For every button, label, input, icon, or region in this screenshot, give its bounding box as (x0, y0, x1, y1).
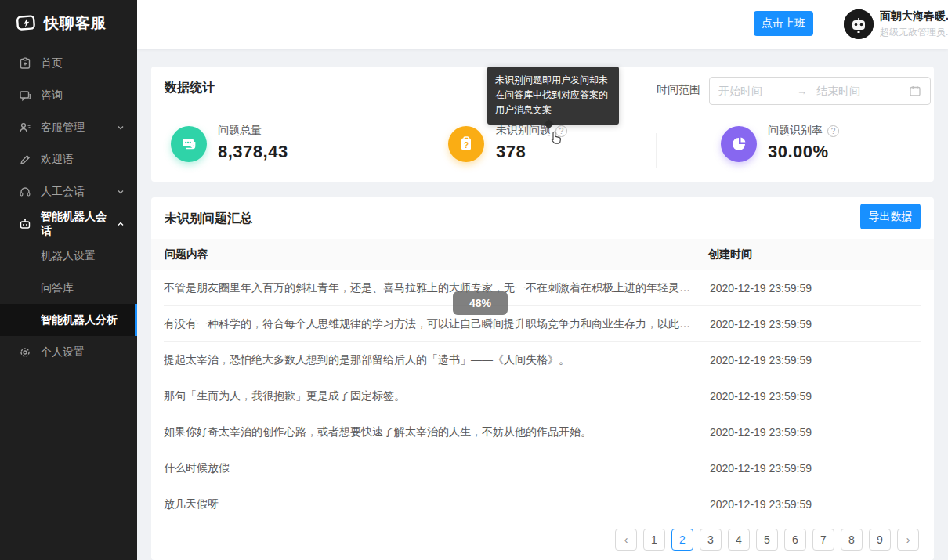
question-cell: 如果你好奇太宰治的创作心路，或者想要快速了解太宰治的人生，不妨从他的作品开始。 (164, 425, 710, 439)
app-root: 快聊客服 首页 咨询 客服管理 (0, 0, 948, 560)
created-cell: 2020-12-19 23:59:59 (710, 390, 921, 403)
calendar-icon[interactable] (909, 85, 921, 97)
page-button-3[interactable]: 3 (700, 529, 722, 551)
table-body: 不管是朋友圈里年入百万的斜杠青年，还是、喜马拉雅上的大师专家，无一不在刺激着在积… (164, 270, 921, 522)
sidebar: 快聊客服 首页 咨询 客服管理 (0, 0, 137, 560)
robot-avatar-icon (844, 9, 874, 39)
brand-name: 快聊客服 (44, 13, 107, 34)
stat-recognition-rate: 问题识别率 ? 30.00% (768, 124, 839, 162)
clock-in-button[interactable]: 点击上班 (754, 11, 813, 36)
progress-toast: 48% (453, 291, 508, 315)
table-row: 如果你好奇太宰治的创作心路，或者想要快速了解太宰治的人生，不妨从他的作品开始。 … (164, 414, 921, 450)
tooltip: 未识别问题即用户发问却未在问答库中找到对应答案的用户消息文案 (487, 67, 619, 125)
created-cell: 2020-12-19 23:59:59 (710, 498, 921, 511)
created-cell: 2020-12-19 23:59:59 (710, 354, 921, 367)
user-name: 面朝大海春暖... (880, 9, 948, 23)
sidebar-item-welcome-message[interactable]: 欢迎语 (0, 143, 137, 175)
table-row: 有没有一种科学的，符合每个人思维规律的学习方法，可以让自己瞬间提升职场竞争力和商… (164, 306, 921, 342)
prev-page-button[interactable]: ‹ (615, 529, 637, 551)
topbar-divider (827, 15, 827, 34)
sidebar-item-label: 智能机器人会话 (41, 210, 107, 238)
question-cell: 那句「生而为人，我很抱歉」更是成了固定标签。 (164, 389, 710, 403)
column-header-created: 创建时间 (708, 247, 921, 262)
topbar: 点击上班 面朝大海春暖... 超级无敌管理员... (137, 0, 948, 49)
robot-icon (19, 218, 31, 230)
question-cell: 有没有一种科学的，符合每个人思维规律的学习方法，可以让自己瞬间提升职场竞争力和商… (164, 317, 710, 331)
table-row: 什么时候放假 2020-12-19 23:59:59 (164, 450, 921, 486)
welcome-pen-icon (19, 154, 31, 166)
gear-icon (19, 346, 31, 359)
sidebar-item-label: 欢迎语 (41, 153, 74, 167)
end-date-input[interactable] (816, 85, 892, 97)
sidebar-item-robot-settings[interactable]: 机器人设置 (0, 240, 137, 272)
sidebar-item-label: 首页 (41, 56, 63, 70)
page-button-4[interactable]: 4 (728, 529, 750, 551)
unrecognized-summary-card: 未识别问题汇总 导出数据 问题内容 创建时间 不管是朋友圈里年入百万的斜杠青年，… (151, 197, 934, 560)
table-title: 未识别问题汇总 (165, 211, 252, 227)
stat-label: 未识别问题 (496, 124, 551, 138)
sidebar-item-label: 咨询 (41, 89, 63, 103)
sidebar-item-qa-library[interactable]: 问答库 (0, 272, 137, 304)
clipboard-question-icon: ? (448, 126, 484, 162)
page-button-9[interactable]: 9 (869, 529, 891, 551)
question-cell: 不管是朋友圈里年入百万的斜杠青年，还是、喜马拉雅上的大师专家，无一不在刺激着在积… (164, 281, 710, 295)
stat-divider (656, 133, 657, 168)
cursor-pointer-icon (549, 130, 563, 149)
time-range-label: 时间范围 (657, 83, 700, 97)
active-indicator (135, 304, 137, 336)
sidebar-item-consult[interactable]: 咨询 (0, 79, 137, 111)
sidebar-item-human-session[interactable]: 人工会话 (0, 175, 137, 208)
sidebar-item-label: 客服管理 (41, 121, 85, 135)
tooltip-text: 未识别问题即用户发问却未在问答库中找到对应答案的用户消息文案 (495, 74, 608, 115)
table-row: 放几天假呀 2020-12-19 23:59:59 (164, 486, 921, 522)
chevron-down-icon (117, 124, 125, 132)
stat-divider (418, 133, 418, 168)
date-range-picker[interactable]: → (709, 77, 931, 105)
sidebar-item-label: 智能机器人分析 (41, 313, 118, 327)
table-row: 提起太宰治，恐怕绝大多数人想到的是那部留给后人的「遗书」——《人间失格》。 20… (164, 342, 921, 378)
stat-value: 30.00% (768, 142, 839, 162)
stat-label: 问题总量 (218, 124, 262, 138)
page-button-7[interactable]: 7 (812, 529, 834, 551)
table-row: 不管是朋友圈里年入百万的斜杠青年，还是、喜马拉雅上的大师专家，无一不在刺激着在积… (164, 270, 921, 306)
created-cell: 2020-12-19 23:59:59 (710, 462, 921, 475)
page-button-8[interactable]: 8 (841, 529, 863, 551)
chat-bubbles-icon (171, 126, 207, 162)
sidebar-item-label: 个人设置 (41, 345, 85, 359)
export-data-button[interactable]: 导出数据 (860, 204, 921, 229)
chevron-down-icon (117, 188, 125, 196)
range-arrow-icon: → (797, 85, 807, 97)
sidebar-item-label: 机器人设置 (41, 249, 96, 263)
page-button-6[interactable]: 6 (784, 529, 806, 551)
chevron-up-icon (117, 220, 125, 228)
next-page-button[interactable]: › (897, 529, 919, 551)
stat-value: 8,378,43 (218, 142, 288, 162)
column-header-question: 问题内容 (165, 247, 708, 262)
stat-total-questions: 问题总量 8,378,43 (218, 124, 288, 162)
stats-title: 数据统计 (165, 80, 215, 96)
user-menu[interactable]: 面朝大海春暖... 超级无敌管理员... (880, 9, 948, 39)
sidebar-item-home[interactable]: 首页 (0, 47, 137, 79)
page-button-5[interactable]: 5 (756, 529, 778, 551)
svg-text:?: ? (464, 141, 469, 150)
chat-icon (19, 89, 31, 102)
pagination: ‹ 1 2 3 4 5 6 7 8 9 › (615, 529, 919, 551)
sidebar-item-agent-management[interactable]: 客服管理 (0, 111, 137, 143)
sidebar-item-label: 问答库 (41, 281, 74, 295)
page-button-1[interactable]: 1 (643, 529, 665, 551)
brand-logo: 快聊客服 (0, 0, 137, 45)
question-cell: 放几天假呀 (164, 497, 710, 511)
sidebar-item-label: 人工会话 (41, 185, 85, 199)
chat-lightning-logo-icon (16, 13, 38, 34)
sidebar-menu: 首页 咨询 客服管理 欢迎语 (0, 47, 137, 368)
sidebar-item-robot-analysis[interactable]: 智能机器人分析 (0, 304, 137, 336)
avatar[interactable] (844, 9, 874, 39)
pie-chart-icon (721, 126, 757, 162)
start-date-input[interactable] (718, 85, 794, 97)
question-cell: 提起太宰治，恐怕绝大多数人想到的是那部留给后人的「遗书」——《人间失格》。 (164, 353, 710, 367)
help-icon[interactable]: ? (827, 125, 839, 137)
table-header: 问题内容 创建时间 (151, 239, 934, 270)
sidebar-item-robot-session[interactable]: 智能机器人会话 (0, 208, 137, 240)
sidebar-item-personal-settings[interactable]: 个人设置 (0, 336, 137, 368)
page-button-2[interactable]: 2 (671, 529, 693, 551)
